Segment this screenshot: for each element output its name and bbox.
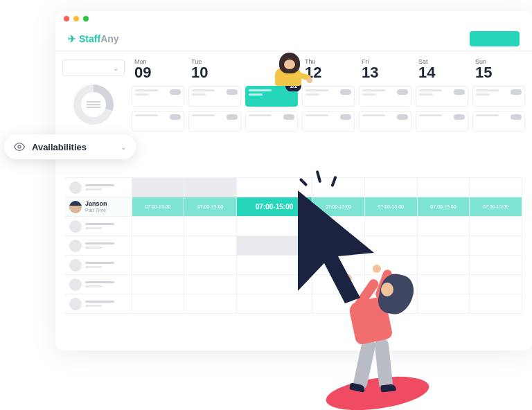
cursor-icon: [284, 187, 388, 305]
grid-cell[interactable]: [470, 236, 522, 256]
progress-donut: [62, 84, 125, 125]
availability-slot[interactable]: 07:00-15:00: [417, 197, 470, 217]
shift-card-row: [132, 111, 525, 132]
shift-card[interactable]: [472, 111, 525, 132]
employee-cell[interactable]: [65, 275, 132, 294]
chevron-down-icon: ⌄: [121, 143, 126, 151]
svg-point-0: [18, 145, 21, 148]
grid-cell[interactable]: [417, 217, 470, 236]
employee-cell[interactable]: JansonPart Time: [65, 197, 132, 217]
employee-cell[interactable]: [65, 217, 132, 236]
grid-cell[interactable]: [132, 294, 184, 314]
shift-card[interactable]: [132, 111, 184, 132]
app-header: ✈ StaffAny: [55, 26, 532, 51]
grid-cell[interactable]: [470, 275, 522, 294]
day-header[interactable]: Fri13: [359, 57, 411, 82]
availability-slot[interactable]: 07:00-15:00: [470, 197, 522, 217]
avatar: [69, 201, 82, 213]
employee-cell[interactable]: [65, 294, 132, 314]
minimize-icon[interactable]: [73, 16, 79, 21]
shift-card[interactable]: [359, 86, 411, 107]
avatar: [69, 220, 82, 233]
close-icon[interactable]: [64, 16, 69, 21]
brand-part1: Staff: [79, 33, 100, 44]
brand-part2: Any: [100, 33, 118, 44]
grid-cell[interactable]: [132, 236, 184, 256]
availability-slot[interactable]: 07:00-15:00: [184, 197, 237, 217]
day-header[interactable]: Sat14: [416, 57, 468, 82]
day-header[interactable]: Sun15: [472, 57, 525, 82]
avatar: [69, 181, 82, 194]
employee-cell[interactable]: [65, 178, 132, 197]
availability-slot[interactable]: 07:00-15:00: [132, 197, 184, 217]
shift-card[interactable]: [245, 111, 298, 132]
grid-cell[interactable]: [132, 275, 184, 294]
shift-card[interactable]: [188, 86, 241, 107]
maximize-icon[interactable]: [83, 16, 89, 21]
grid-cell[interactable]: [184, 256, 237, 275]
illustration-person-top: [267, 53, 315, 94]
day-header[interactable]: Tue10: [188, 57, 241, 82]
grid-cell[interactable]: [184, 275, 237, 294]
shift-card[interactable]: [416, 111, 468, 132]
chevron-down-icon: ⌄: [113, 64, 118, 72]
window-titlebar: [55, 11, 532, 26]
avatar: [69, 240, 82, 252]
grid-cell[interactable]: [417, 236, 470, 256]
grid-cell[interactable]: [417, 256, 470, 275]
grid-cell[interactable]: [184, 178, 237, 197]
employee-cell[interactable]: [65, 256, 132, 275]
logo-icon: ✈: [68, 33, 76, 44]
sidebar: ⌄: [55, 51, 132, 133]
grid-cell[interactable]: [132, 217, 184, 236]
grid-cell[interactable]: [417, 178, 470, 197]
shift-card[interactable]: [302, 111, 355, 132]
grid-cell[interactable]: [132, 178, 184, 197]
primary-action-button[interactable]: [470, 31, 520, 46]
shift-card[interactable]: [132, 86, 184, 107]
shift-card-row: 1/1: [132, 86, 525, 107]
availabilities-filter-chip[interactable]: Availabilities ⌄: [4, 134, 136, 159]
grid-cell[interactable]: [470, 217, 522, 236]
brand-logo: ✈ StaffAny: [68, 33, 119, 44]
grid-cell[interactable]: [184, 294, 237, 314]
employee-name: Janson: [85, 201, 107, 208]
grid-cell[interactable]: [470, 256, 522, 275]
filter-select[interactable]: ⌄: [62, 60, 125, 76]
avatar: [69, 298, 82, 310]
day-header[interactable]: Mon09: [132, 57, 184, 82]
avatar: [69, 259, 82, 271]
illustration-cursor: [284, 187, 388, 308]
eye-icon: [14, 141, 25, 152]
filter-label: Availabilities: [32, 142, 114, 152]
grid-cell[interactable]: [470, 294, 522, 314]
grid-cell[interactable]: [184, 236, 237, 256]
avatar: [69, 278, 82, 291]
shift-card[interactable]: [472, 86, 525, 107]
shift-card[interactable]: [416, 86, 468, 107]
calendar-area: Mon09 Tue10 Wed11 Thu12 Fri13 Sat14 Sun1…: [132, 51, 532, 133]
grid-cell[interactable]: [470, 178, 522, 197]
day-header-row: Mon09 Tue10 Wed11 Thu12 Fri13 Sat14 Sun1…: [132, 57, 525, 82]
grid-cell[interactable]: [184, 217, 237, 236]
shift-card[interactable]: [188, 111, 241, 132]
employee-cell[interactable]: [65, 236, 132, 256]
grid-cell[interactable]: [132, 256, 184, 275]
employee-role: Part Time: [85, 208, 107, 213]
shift-card[interactable]: [359, 111, 411, 132]
